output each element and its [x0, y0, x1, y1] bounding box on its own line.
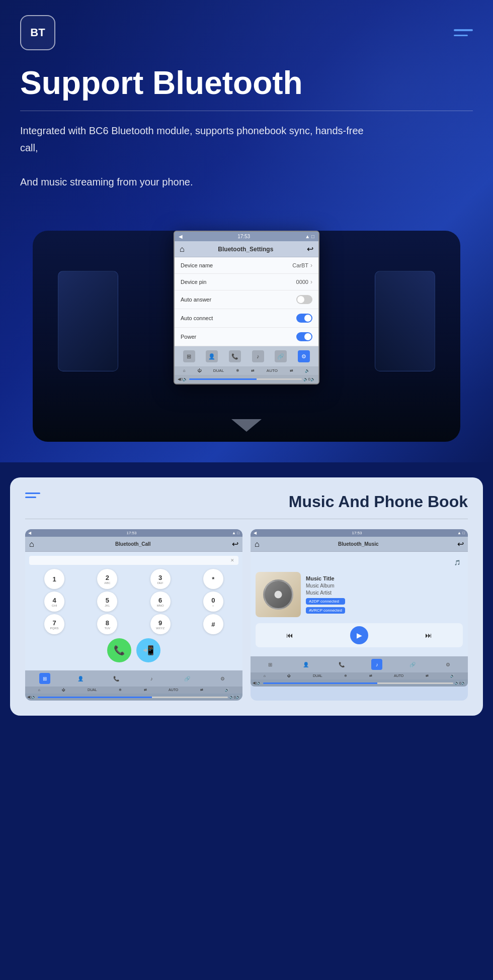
dial-5-main: 5 [106, 597, 109, 604]
auto-answer-row[interactable]: Auto answer [175, 290, 318, 309]
return-icon[interactable]: ↩ [307, 244, 313, 254]
music-volume-slider[interactable] [263, 682, 453, 684]
call-home[interactable]: ⌂ [29, 540, 34, 549]
music-music-icon[interactable]: ♪ [371, 659, 382, 670]
volume-slider[interactable] [189, 378, 301, 380]
phone-icon[interactable]: 📞 [229, 350, 241, 362]
ctrl-vol[interactable]: 🔊 [305, 368, 310, 373]
music-status-time: 17:53 [352, 531, 362, 535]
vol-icon-right: 🔊 [303, 377, 308, 381]
dial-1[interactable]: 1 [44, 569, 64, 589]
music-settings-icon[interactable]: ⚙ [443, 659, 454, 670]
auto-connect-toggle[interactable] [296, 314, 312, 323]
home-icon[interactable]: ⌂ [180, 245, 185, 254]
auto-answer-toggle[interactable] [296, 295, 312, 304]
next-button[interactable]: ⏭ [421, 627, 437, 643]
music-ctrl-home[interactable]: ⌂ [264, 674, 266, 678]
prev-button[interactable]: ⏮ [282, 627, 298, 643]
call-ctrl-home[interactable]: ⌂ [38, 688, 40, 692]
music-content: 🎵 Music Title Music Album [251, 552, 468, 656]
call-return[interactable]: ↩ [232, 539, 238, 549]
call-contacts-icon[interactable]: 👤 [75, 673, 86, 684]
call-link-icon[interactable]: 🔗 [182, 673, 193, 684]
call-teal-button[interactable]: 📲 [136, 638, 160, 662]
menu-button[interactable] [454, 29, 473, 36]
call-settings-icon[interactable]: ⚙ [217, 673, 228, 684]
music-link-icon[interactable]: 🔗 [407, 659, 418, 670]
screen-title: Bluetooth_Settings [218, 246, 273, 253]
device-pin-row[interactable]: Device pin 0000 › [175, 274, 318, 290]
dial-hash-main: # [211, 621, 215, 628]
call-content: ✕ 1 2 ABC 3 DEF [25, 552, 242, 670]
dial-0[interactable]: 0 + [203, 592, 223, 612]
call-bottom-icons: ⊞ 👤 📞 ♪ 🔗 ⚙ [25, 670, 242, 687]
car-section: ◀ 17:53 ▲ □ ⌂ Bluetooth_Settings ↩ Devic… [20, 211, 473, 462]
ctrl-home[interactable]: ⌂ [183, 368, 186, 373]
call-search-bar[interactable]: ✕ [29, 556, 238, 565]
music-vol-icon-r: 🔊 [455, 681, 459, 685]
device-name-row[interactable]: Device name CarBT › [175, 257, 318, 274]
power-toggle[interactable] [296, 332, 312, 341]
music-ctrl-recycle[interactable]: ⇄ [369, 674, 372, 678]
contacts-icon[interactable]: 👤 [206, 350, 218, 362]
dial-hash[interactable]: # [203, 614, 223, 634]
call-ctrl-fan[interactable]: ❄ [119, 688, 122, 692]
ctrl-fan[interactable]: ❄ [236, 368, 239, 373]
music-ctrl-arrows[interactable]: ⇄ [426, 674, 429, 678]
dial-4[interactable]: 4 GHI [44, 592, 64, 612]
music-home[interactable]: ⌂ [255, 540, 260, 549]
vol-speaker[interactable]: 🔊 [310, 377, 315, 381]
dial-6[interactable]: 6 MNO [150, 592, 171, 612]
music-icon[interactable]: ♪ [252, 350, 264, 362]
music-phone-icon[interactable]: 📞 [336, 659, 347, 670]
settings-icon[interactable]: ⚙ [298, 350, 310, 362]
call-status-icons: ▲ □ [232, 531, 239, 535]
call-apps-icon[interactable]: ⊞ [39, 673, 50, 684]
music-ctrl-vol[interactable]: 🔊 [450, 674, 455, 678]
bottom-menu-icon[interactable] [25, 493, 40, 498]
dialpad: 1 2 ABC 3 DEF * [29, 569, 238, 634]
device-pin-label: Device pin [181, 279, 206, 285]
music-vol-sp[interactable]: 🔊 [461, 681, 466, 685]
call-ctrl-vol[interactable]: 🔊 [225, 688, 229, 692]
music-contacts-icon[interactable]: 👤 [300, 659, 311, 670]
status-time: 17:53 [237, 234, 250, 239]
music-back-arrow[interactable]: ◀ [254, 531, 257, 535]
apps-icon[interactable]: ⊞ [183, 350, 195, 362]
call-music-icon[interactable]: ♪ [146, 673, 157, 684]
music-ctrl-fan[interactable]: ❄ [344, 674, 347, 678]
play-button[interactable]: ▶ [350, 626, 368, 644]
auto-connect-row[interactable]: Auto connect [175, 309, 318, 328]
hero-title: Support Bluetooth [20, 65, 473, 101]
dial-star[interactable]: * [203, 569, 223, 589]
call-ctrl-recycle[interactable]: ⇄ [144, 688, 147, 692]
call-statusbar: ◀ 17:53 ▲ □ [25, 529, 242, 537]
music-apps-icon[interactable]: ⊞ [265, 659, 276, 670]
music-ctrl-power[interactable]: ⏻ [287, 674, 291, 678]
dial-2[interactable]: 2 ABC [97, 569, 117, 589]
ctrl-power[interactable]: ⏻ [197, 368, 201, 373]
power-row[interactable]: Power [175, 328, 318, 346]
dial-7[interactable]: 7 PQRS [44, 614, 64, 634]
call-vol-sp[interactable]: 🔊 [236, 695, 240, 699]
dial-3[interactable]: 3 DEF [150, 569, 171, 589]
call-phone-icon[interactable]: 📞 [111, 673, 122, 684]
call-ctrl-arrows[interactable]: ⇄ [200, 688, 203, 692]
back-arrow[interactable]: ◀ [179, 234, 183, 239]
call-vol-icon: 🔈 [32, 695, 36, 699]
call-volume-slider[interactable] [38, 697, 228, 698]
call-back-arrow[interactable]: ◀ [28, 531, 31, 535]
music-return[interactable]: ↩ [457, 539, 464, 549]
dial-8[interactable]: 8 TUV [97, 614, 117, 634]
ctrl-recycle[interactable]: ⇄ [251, 368, 255, 373]
dial-5[interactable]: 5 JKL [97, 592, 117, 612]
ctrl-arrows[interactable]: ⇄ [290, 368, 293, 373]
link-icon[interactable]: 🔗 [275, 350, 287, 362]
search-close[interactable]: ✕ [230, 558, 234, 563]
auto-answer-label: Auto answer [181, 297, 211, 303]
dial-9[interactable]: 9 WXYZ [150, 614, 171, 634]
call-ctrl-power[interactable]: ⏻ [62, 688, 65, 692]
call-green-button[interactable]: 📞 [107, 638, 131, 662]
call-controls-bar: ⌂ ⏻ DUAL ❄ ⇄ AUTO ⇄ 🔊 [25, 687, 242, 694]
call-volume-bar: ◀ 0 🔈 🔊 0 🔊 [25, 694, 242, 701]
